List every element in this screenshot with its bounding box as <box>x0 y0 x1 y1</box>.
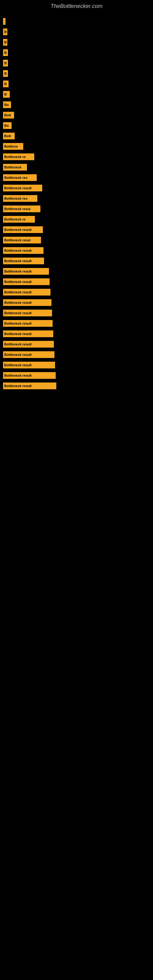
bar: Bottleneck re <box>3 153 34 160</box>
bar-row: Bottleneck result <box>3 288 150 296</box>
bar-label: Bottleneck res <box>4 197 27 200</box>
bar-label: Bottleneck result <box>4 259 32 263</box>
bar-label: Bottlene <box>4 145 18 148</box>
bar-label: Bottleneck result <box>4 384 32 388</box>
bar: Bottleneck result <box>3 247 43 254</box>
bar-label: Bottleneck result <box>4 374 32 377</box>
bar-row: Bottlene <box>3 142 150 151</box>
bar: Bottlene <box>3 143 23 150</box>
bar-row: Bottleneck resul <box>3 205 150 213</box>
bar: B <box>3 49 8 56</box>
bar-label: Bottleneck result <box>4 290 32 294</box>
bar-label: Bottleneck result <box>4 363 32 367</box>
bar-label: Bottleneck re <box>4 218 26 221</box>
bar: Bo <box>3 101 11 108</box>
bar-label: Bott <box>4 113 11 117</box>
bar-label: Bottleneck <box>4 165 21 169</box>
bar-label: Bottleneck result <box>4 269 32 273</box>
bar-row: Bottleneck result <box>3 277 150 286</box>
bar-row: Bottleneck result <box>3 184 150 192</box>
bar-row: B <box>3 27 150 36</box>
bar-row: Bottleneck result <box>3 257 150 265</box>
bar-label: Bottleneck result <box>4 280 32 283</box>
bar-label: Bottleneck result <box>4 342 32 346</box>
bar: Bottleneck result <box>3 185 42 191</box>
bar: Bottleneck result <box>3 351 54 358</box>
bar-row: Bottleneck result <box>3 361 150 369</box>
bar-row: Bottleneck result <box>3 309 150 317</box>
bar-label: B <box>4 51 7 54</box>
bar-label: Bottleneck result <box>4 301 32 304</box>
bar: Bottleneck re <box>3 216 35 223</box>
bar-label: B <box>4 40 7 44</box>
bar: Bottleneck result <box>3 320 53 327</box>
bar: Bottleneck result <box>3 226 43 233</box>
bar-row: B <box>3 90 150 99</box>
bar <box>3 18 5 25</box>
bar-row: B <box>3 59 150 67</box>
bar-row: B <box>3 48 150 57</box>
bar: B <box>3 39 7 46</box>
bar-label: Bottleneck result <box>4 311 32 315</box>
bar: B <box>3 81 9 87</box>
bar-label: Bottleneck res <box>4 176 27 180</box>
bars-container: BBBBBBBBoBottBoBottBottleneBottleneck re… <box>0 11 153 395</box>
bar-row: Bottleneck resul <box>3 236 150 244</box>
bar-label: Bottleneck resul <box>4 207 30 211</box>
bar-row: Bottleneck res <box>3 173 150 182</box>
bar: B <box>3 91 10 98</box>
bar-label: B <box>4 72 7 75</box>
bar-label: Bottleneck result <box>4 353 32 356</box>
bar-label: B <box>4 82 7 86</box>
bar: Bottleneck result <box>3 268 49 275</box>
bar-label: Bottleneck result <box>4 249 32 252</box>
bar-row: Bottleneck res <box>3 194 150 203</box>
bar: B <box>3 29 7 35</box>
bar: Bottleneck result <box>3 331 53 337</box>
bar-row: Bottleneck result <box>3 340 150 348</box>
bar-row: Bottleneck result <box>3 350 150 359</box>
bar: Bott <box>3 112 14 119</box>
bar-row: Bottleneck result <box>3 246 150 255</box>
bar-label: Bo <box>4 124 9 127</box>
bar: B <box>3 60 8 67</box>
bar-row <box>3 17 150 26</box>
bar-row: Bottleneck result <box>3 319 150 328</box>
bar-row: Bottleneck result <box>3 225 150 234</box>
bar: Bo <box>3 122 12 129</box>
bar: Bottleneck result <box>3 382 56 389</box>
bar: Bott <box>3 133 15 139</box>
bar-row: Bottleneck result <box>3 329 150 338</box>
bar-row: Bott <box>3 132 150 140</box>
bar-row: Bottleneck result <box>3 382 150 390</box>
bar: Bottleneck result <box>3 310 52 317</box>
bar-label: Bottleneck result <box>4 228 32 232</box>
bar-row: Bottleneck re <box>3 215 150 224</box>
bar-label: B <box>4 92 7 96</box>
bar: Bottleneck result <box>3 278 49 285</box>
bar-label: Bottleneck result <box>4 332 32 336</box>
bar-label: Bott <box>4 134 11 138</box>
bar-row: Bottleneck <box>3 163 150 172</box>
bar: B <box>3 70 8 77</box>
bar: Bottleneck result <box>3 341 54 348</box>
bar: Bottleneck resul <box>3 237 41 243</box>
bar-label: B <box>4 30 7 34</box>
bar: Bottleneck result <box>3 289 51 296</box>
bar: Bottleneck res <box>3 195 37 202</box>
bar-row: Bottleneck result <box>3 298 150 307</box>
bar-label: Bottleneck re <box>4 155 26 159</box>
bar-row: Bottleneck re <box>3 153 150 161</box>
bar: Bottleneck resul <box>3 205 40 212</box>
bar: Bottleneck result <box>3 258 44 264</box>
bar-row: Bottleneck result <box>3 371 150 380</box>
bar-label: Bo <box>4 103 9 107</box>
bar-row: Bo <box>3 121 150 130</box>
bar-row: Bo <box>3 100 150 109</box>
bar: Bottleneck result <box>3 372 56 379</box>
bar-row: B <box>3 80 150 88</box>
bar: Bottleneck <box>3 164 27 170</box>
bar-row: Bott <box>3 111 150 119</box>
bar: Bottleneck result <box>3 299 51 306</box>
bar-label: Bottleneck result <box>4 321 32 325</box>
